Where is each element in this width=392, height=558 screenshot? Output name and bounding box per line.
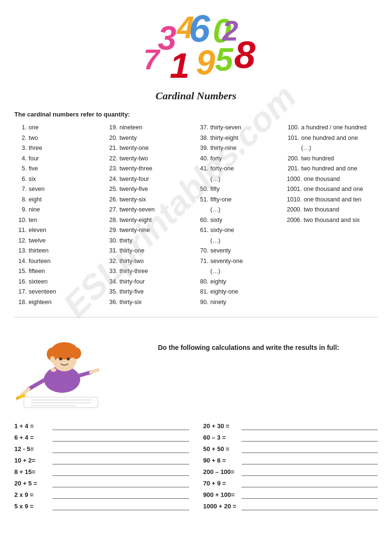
list-item: 22.twenty-two bbox=[105, 154, 191, 164]
list-item: 34.thirty-four bbox=[105, 277, 191, 287]
num-index bbox=[287, 143, 299, 154]
list-item: 17.seventeen bbox=[14, 287, 100, 297]
numbers-col-3: 37.thirty-seven38.thirty-eight39.thirty-… bbox=[196, 123, 287, 307]
num-index: 70. bbox=[196, 246, 209, 256]
list-item: 13.thirteen bbox=[14, 246, 100, 256]
list-item: 29.twenty-nine bbox=[105, 225, 191, 236]
num-word: ten bbox=[29, 215, 37, 226]
list-item: (…) bbox=[287, 143, 373, 154]
num-index: 26. bbox=[105, 195, 117, 205]
calc-row: 50 + 50 = bbox=[203, 444, 378, 453]
calc-label: 20 + 5 = bbox=[14, 480, 53, 487]
list-item: (…) bbox=[196, 236, 282, 246]
num-word: fifteen bbox=[29, 266, 45, 277]
num-index: 19. bbox=[105, 123, 117, 133]
list-item: 1010.one thousand and ten bbox=[287, 195, 373, 205]
num-word: twenty-three bbox=[119, 164, 152, 174]
num-word: twenty-four bbox=[119, 174, 149, 185]
svg-line-12 bbox=[77, 372, 91, 376]
num-word: (…) bbox=[211, 266, 221, 277]
num-index: 10. bbox=[14, 215, 27, 226]
num-index: 18. bbox=[14, 297, 27, 308]
calc-label: 50 + 50 = bbox=[203, 445, 242, 453]
num-word: eighty-one bbox=[211, 287, 238, 297]
list-item: 19.nineteen bbox=[105, 123, 191, 133]
list-item: 50.fifty bbox=[196, 184, 282, 195]
list-item: 2000.two thousand bbox=[287, 205, 373, 215]
list-item: 15.fifteen bbox=[14, 266, 100, 277]
num-index: 1010. bbox=[287, 195, 302, 205]
num-index bbox=[196, 174, 209, 185]
list-item: 11.eleven bbox=[14, 225, 100, 236]
calc-label: 900 + 100= bbox=[203, 491, 242, 498]
calc-instruction: Do the following calculations and write … bbox=[119, 325, 378, 351]
num-index: 30. bbox=[105, 236, 117, 246]
num-index: 17. bbox=[14, 287, 27, 297]
num-index: 101. bbox=[287, 133, 299, 144]
num-word: two hundred bbox=[301, 154, 334, 164]
num-index: 5. bbox=[14, 164, 27, 174]
calc-label: 60 – 3 = bbox=[203, 434, 242, 441]
num-word: thirty-four bbox=[119, 277, 145, 287]
calc-label: 2 x 9 = bbox=[14, 491, 53, 498]
list-item: 1001.one thousand and one bbox=[287, 184, 373, 195]
list-item: 12.twelve bbox=[14, 236, 100, 246]
stick-figure bbox=[14, 325, 110, 412]
boy-svg bbox=[14, 325, 105, 411]
calcs-left-col: 1 + 4 =6 + 4 =12 - 5=10 + 2=8 + 15=20 + … bbox=[14, 421, 189, 513]
num-index: 35. bbox=[105, 287, 117, 297]
calc-answer-line bbox=[242, 421, 378, 430]
list-item: 38.thirty-eight bbox=[196, 133, 282, 144]
num-index: 1. bbox=[14, 123, 27, 133]
calc-row: 6 + 4 = bbox=[14, 433, 189, 442]
list-item: 3.three bbox=[14, 143, 100, 154]
num-word: one hundred and one bbox=[301, 133, 358, 144]
num-word: seven bbox=[29, 184, 44, 195]
intro-text: The cardinal numbers refer to quantity: bbox=[14, 111, 378, 118]
num-word: five bbox=[29, 164, 38, 174]
calc-answer-line bbox=[242, 479, 378, 487]
list-item: 20.twenty bbox=[105, 133, 191, 144]
list-item: 70.seventy bbox=[196, 246, 282, 256]
calc-row: 20 + 5 = bbox=[14, 479, 189, 487]
num-index: 1000. bbox=[287, 174, 302, 185]
list-item: 1000.one thousand bbox=[287, 174, 373, 185]
calc-answer-line bbox=[242, 490, 378, 499]
list-item: 37.thirty-seven bbox=[196, 123, 282, 133]
list-item: 32.thirty-two bbox=[105, 256, 191, 267]
num-word: twenty-one bbox=[119, 143, 148, 154]
list-item: 5.five bbox=[14, 164, 100, 174]
num-word: one thousand bbox=[304, 174, 340, 185]
num-index: 81. bbox=[196, 287, 209, 297]
calc-row: 8 + 15= bbox=[14, 467, 189, 476]
num-index: 41. bbox=[196, 164, 209, 174]
num-index: 9. bbox=[14, 205, 27, 215]
num-word: forty-one bbox=[211, 164, 234, 174]
list-item: 51.fifty-one bbox=[196, 195, 282, 205]
calc-row: 10 + 2= bbox=[14, 456, 189, 464]
num-word: eight bbox=[29, 195, 42, 205]
num-index: 90. bbox=[196, 297, 209, 308]
list-item: 26.twenty-six bbox=[105, 195, 191, 205]
num-index: 28. bbox=[105, 215, 117, 226]
calc-answer-line bbox=[53, 421, 189, 430]
list-item: 101.one hundred and one bbox=[287, 133, 373, 144]
calc-answer-line bbox=[53, 467, 189, 476]
num-index: 24. bbox=[105, 174, 117, 185]
list-item: 41.forty-one bbox=[196, 164, 282, 174]
calc-label: 10 + 2= bbox=[14, 457, 53, 464]
num-word: sixty-one bbox=[211, 225, 234, 236]
num-word: seventy-one bbox=[211, 256, 243, 267]
numbers-section: 1.one2.two3.three4.four5.five6.six7.seve… bbox=[14, 123, 378, 307]
numbers-col-4: 100.a hundred / one hundred101.one hundr… bbox=[287, 123, 378, 307]
num-word: eighty bbox=[211, 277, 226, 287]
list-item: 18.eighteen bbox=[14, 297, 100, 308]
calc-answer-line bbox=[53, 502, 189, 510]
calc-answer-line bbox=[53, 479, 189, 487]
svg-point-5 bbox=[59, 358, 62, 360]
num-index: 36. bbox=[105, 297, 117, 308]
num-word: thirteen bbox=[29, 246, 49, 256]
list-item: 10.ten bbox=[14, 215, 100, 226]
list-item: 60.sixty bbox=[196, 215, 282, 226]
num-index: 50. bbox=[196, 184, 209, 195]
